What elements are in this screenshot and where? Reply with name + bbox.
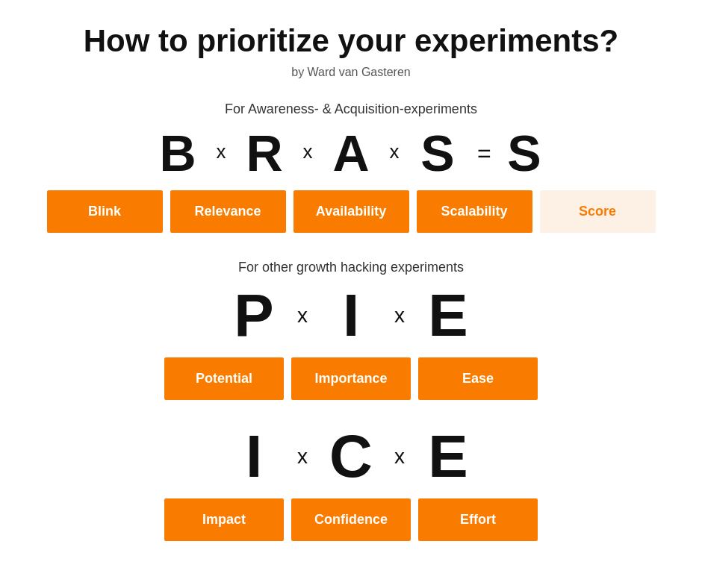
brass-labels-row: Blink Relevance Availability Scalability… [47,190,656,233]
brass-label-relevance: Relevance [170,190,286,233]
brass-letter-s2: S [494,128,554,178]
ice-label-confidence: Confidence [291,498,411,541]
ice-op-1: x [288,445,317,469]
brass-letter-r: R [234,128,294,178]
brass-op-3: x [381,140,408,163]
brass-label-scalability: Scalability [417,190,532,233]
brass-label-blink: Blink [47,190,163,233]
ice-letter-i: I [220,427,288,487]
ice-label-effort: Effort [418,498,538,541]
ice-label-impact: Impact [164,498,284,541]
pie-labels-row: Potential Importance Ease [164,357,538,400]
pie-label-potential: Potential [164,357,284,400]
brass-op-2: x [294,140,321,163]
pie-label-ease: Ease [418,357,538,400]
pie-formula-row: P x I x E [220,286,482,345]
pie-label-importance: Importance [291,357,411,400]
pie-letter-p: P [220,286,288,345]
pie-op-2: x [385,304,414,328]
brass-section-label: For Awareness- & Acquisition-experiments [225,101,477,117]
ice-formula-row: I x C x E [220,427,482,487]
pie-op-1: x [288,304,317,328]
author-label: by Ward van Gasteren [291,66,410,79]
ice-letter-e: E [414,427,482,487]
brass-label-availability: Availability [293,190,409,233]
brass-letter-a: A [321,128,381,178]
brass-letter-b: B [148,128,208,178]
brass-formula-row: B x R x A x S = S [148,128,554,178]
pie-section-label: For other growth hacking experiments [238,260,464,275]
brass-op-1: x [208,140,234,163]
pie-letter-e: E [414,286,482,345]
ice-letter-c: C [317,427,385,487]
brass-letter-s: S [408,128,468,178]
page-title: How to prioritize your experiments? [84,22,618,60]
brass-label-score: Score [540,190,656,233]
ice-op-2: x [385,445,414,469]
ice-labels-row: Impact Confidence Effort [164,498,538,541]
pie-letter-i: I [317,286,385,345]
brass-equals: = [468,140,494,167]
